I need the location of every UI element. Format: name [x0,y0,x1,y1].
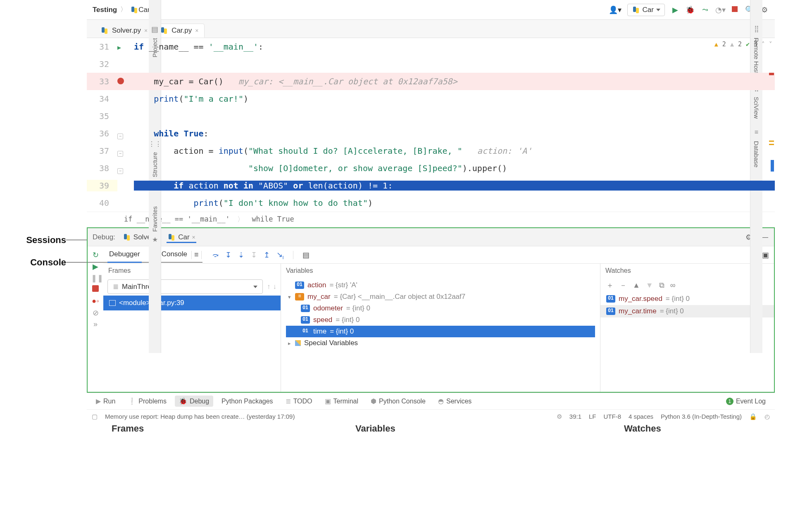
scrollbar-markers[interactable] [769,38,775,212]
more-icon[interactable]: » [91,320,100,329]
prev-highlight-icon[interactable]: ˄ [762,41,765,48]
stop-debug-button[interactable] [91,285,100,294]
variable-row[interactable]: 01odometer = {int} 0 [286,303,595,314]
background-tasks-icon[interactable]: ⚙ [557,413,562,420]
editor-tab-car[interactable]: Car.py × [154,24,205,38]
line-separator[interactable]: LF [589,413,596,420]
fold-toggle[interactable]: − [117,168,123,174]
line-number[interactable]: 39 [87,180,117,191]
run-gutter-icon[interactable]: ▶ [117,44,121,51]
rerun-button[interactable]: ↻ [91,250,100,260]
code-line[interactable]: "show [O]dometer, or show average [S]pee… [134,163,775,173]
terminal-tab[interactable]: ▣Terminal [321,396,362,407]
stop-button[interactable] [730,5,739,14]
frame-down-icon[interactable]: ↓ [273,283,277,291]
thread-selector[interactable]: ≣ MainThread [107,279,263,294]
breadcrumb-segment[interactable]: if __name__ == '__main__' [124,215,230,223]
remote-host-icon[interactable]: ⣿ [754,25,759,33]
run-config-selector[interactable]: Car [627,4,665,16]
ide-status-icon[interactable]: ◴ [764,413,770,420]
step-over-icon[interactable]: ⤼ [212,250,219,260]
python-packages-tab[interactable]: Python Packages [217,396,277,407]
code-with-me-icon[interactable]: 👤▾ [609,5,622,14]
indent-info[interactable]: 4 spaces [629,413,653,420]
line-number[interactable]: 31 [87,41,117,52]
favorites-tool-icon[interactable]: ★ [152,236,158,243]
interpreter-info[interactable]: Python 3.6 (In-Depth-Testing) [661,413,742,420]
run-button[interactable]: ▶ [671,5,680,14]
event-log-tab[interactable]: 1Event Log [722,396,770,407]
editor-breadcrumb[interactable]: if __name__ == '__main__' 〉 while True [87,212,775,227]
code-line[interactable]: action = input("What should I do? [A]cce… [134,146,775,156]
services-tab[interactable]: ◓Services [434,396,476,407]
breakpoint-icon[interactable] [117,78,124,84]
breadcrumb-segment[interactable]: while True [252,215,294,223]
profile-button[interactable]: ◔▾ [715,5,724,14]
line-number[interactable]: 38 [87,162,117,174]
step-into-icon[interactable]: ↧ [225,250,231,260]
line-number[interactable]: 40 [87,197,117,209]
code-line[interactable]: print("I don't know how to do that") [134,198,775,208]
remove-watch-icon[interactable]: － [619,280,627,290]
debugger-tab[interactable]: Debugger [107,247,142,263]
step-into-my-code-icon[interactable]: ⇣ [238,250,244,260]
fold-toggle[interactable]: − [117,151,123,157]
duplicate-watch-icon[interactable]: ⧉ [659,281,664,290]
fold-toggle[interactable]: − [117,134,123,139]
show-watches-icon[interactable]: ∞ [670,281,676,290]
watch-row[interactable]: 01my_car.speed = {int} 0 [600,293,774,305]
readonly-lock-icon[interactable]: 🔒 [749,413,757,420]
debug-session-car[interactable]: Car × [167,231,196,243]
status-message[interactable]: Memory use report: Heap dump has been cr… [105,413,295,420]
breadcrumb-project[interactable]: Testing [93,6,117,14]
close-tab-icon[interactable]: × [144,27,148,34]
code-editor[interactable]: ▲2 ▲2 ✔3 ˄ ˅ 31▶if __name__ == '__main__… [87,38,775,212]
run-coverage-button[interactable]: ⤳ [700,5,710,14]
step-out-icon[interactable]: ↥ [264,250,270,260]
run-to-cursor-icon[interactable]: ↘I [276,250,284,260]
line-number[interactable]: 33 [87,76,117,87]
caret-position[interactable]: 39:1 [569,413,581,420]
expand-icon[interactable]: ▸ [287,340,292,346]
run-tool-tab[interactable]: ▶Run [92,396,119,407]
pause-button[interactable]: ❚❚ [91,274,100,283]
problems-tool-tab[interactable]: ❕Problems [124,396,171,407]
evaluate-expression-icon[interactable]: ▤ [302,250,310,260]
variable-row[interactable]: 01time = {int} 0 [286,326,595,337]
project-tool-icon[interactable]: ▤ [151,25,158,34]
mute-breakpoints-button[interactable]: ⊘ [91,308,100,317]
threads-icon[interactable]: ≡ [194,250,199,259]
line-number[interactable]: 32 [87,58,117,70]
view-breakpoints-button[interactable]: ●◦ [91,297,100,306]
force-step-into-icon[interactable]: ↧ [251,250,257,260]
todo-tab[interactable]: ≣TODO [281,396,317,407]
line-number[interactable]: 36 [87,128,117,139]
close-tab-icon[interactable]: × [195,27,198,34]
code-line[interactable]: print("I'm a car!") [134,94,775,104]
add-watch-icon[interactable]: ＋ [606,280,614,290]
debug-button[interactable]: 🐞 [686,5,695,14]
variable-row[interactable]: ▾≡my_car = {Car} <__main__.Car object at… [286,291,595,303]
typo-icon[interactable]: ✔ [746,41,750,48]
code-line[interactable]: while True: [134,129,775,138]
python-console-tab[interactable]: ⬢Python Console [367,396,430,407]
collapse-icon[interactable]: ▾ [287,294,292,300]
watch-row[interactable]: 01my_car.time = {int} 0 [600,305,774,317]
code-line[interactable]: if __name__ == '__main__': [134,42,775,52]
debug-tool-tab[interactable]: 🐞Debug [175,396,213,407]
code-line[interactable]: my_car = Car() my_car: <__main__.Car obj… [134,76,775,86]
resume-button[interactable]: ▶ [91,262,100,271]
layout-settings-icon[interactable]: ▣ [762,250,769,260]
weak-warning-icon[interactable]: ▲ [730,41,734,48]
line-number[interactable]: 34 [87,93,117,105]
variable-row[interactable]: 01speed = {int} 0 [286,314,595,326]
variable-row[interactable]: ▸Special Variables [286,337,595,349]
line-number[interactable]: 35 [87,110,117,122]
editor-tab-solver[interactable]: Solver.py × [94,24,154,38]
line-number[interactable]: 37 [87,145,117,157]
close-icon[interactable]: × [192,234,195,241]
move-up-icon[interactable]: ▲ [633,281,640,290]
variable-row[interactable]: 01action = {str} 'A' [286,279,595,291]
code-line[interactable]: if action not in "ABOS" or len(action) !… [134,181,775,191]
tool-windows-icon[interactable]: ▢ [92,413,98,420]
